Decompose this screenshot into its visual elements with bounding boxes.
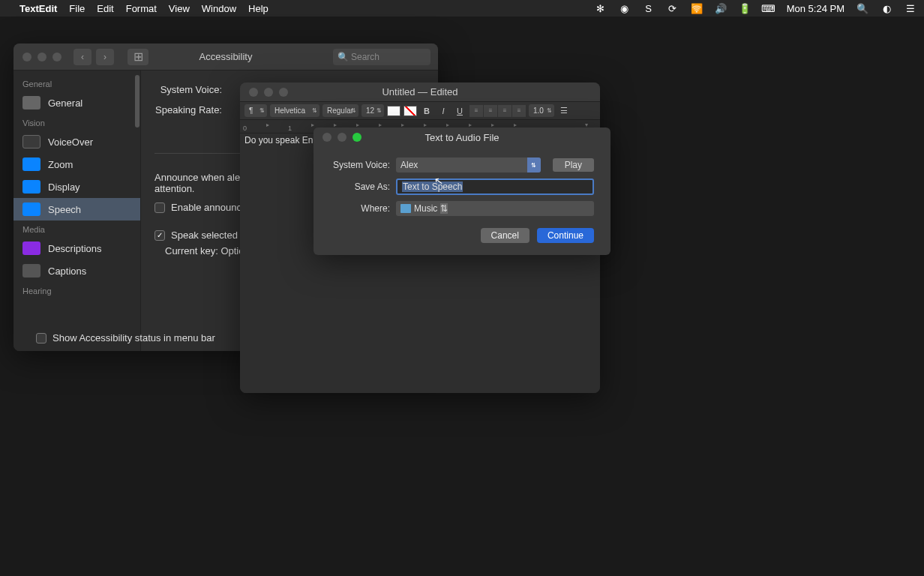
sidebar-section-hearing: Hearing [14, 282, 140, 298]
align-center-button[interactable]: ≡ [484, 105, 497, 117]
system-voice-dropdown[interactable]: Alex ⇅ [396, 158, 541, 172]
settings-icon[interactable]: ✻ [595, 2, 607, 14]
sidebar-label-captions: Captions [48, 266, 86, 277]
menu-format[interactable]: Format [126, 3, 157, 14]
search-input[interactable]: 🔍 Search [333, 49, 430, 65]
zoom-icon [22, 158, 40, 171]
zoom-button[interactable] [52, 52, 62, 62]
voice-value: Alex [400, 160, 418, 170]
te-minimize-button[interactable] [264, 88, 273, 97]
descriptions-icon [22, 242, 40, 255]
sidebar-section-general: General [14, 75, 140, 92]
display-icon [22, 180, 40, 194]
bluetooth-icon[interactable]: ⟳ [667, 2, 679, 14]
align-left-button[interactable]: ≡ [470, 105, 483, 117]
menu-bar: TextEdit File Edit Format View Window He… [0, 0, 924, 16]
sidebar-item-speech[interactable]: Speech [14, 198, 140, 220]
textedit-toolbar: ¶⇅ Helvetica⇅ Regular⇅ 12⇅ B I U ≡ ≡ ≡ ≡… [240, 102, 600, 120]
line-spacing-select[interactable]: 1.0⇅ [529, 104, 554, 117]
back-button[interactable]: ‹ [74, 49, 92, 65]
accessibility-titlebar: ‹ › ⊞ Accessibility 🔍 Search [14, 44, 438, 70]
speak-selected-checkbox[interactable] [154, 230, 165, 241]
battery-icon[interactable]: 🔋 [739, 2, 751, 14]
dlg-zoom-button[interactable] [352, 133, 362, 142]
input-icon[interactable]: ⌨ [763, 2, 775, 14]
underline-button[interactable]: U [453, 105, 466, 117]
align-justify-button[interactable]: ≡ [512, 105, 526, 117]
folder-icon [400, 204, 411, 213]
bg-color-swatch[interactable] [404, 106, 417, 116]
app-name[interactable]: TextEdit [20, 3, 57, 14]
continue-button[interactable]: Continue [537, 228, 594, 243]
text-to-audio-dialog: Text to Audio File System Voice: Alex ⇅ … [314, 128, 610, 255]
notifications-icon[interactable]: ☰ [904, 2, 916, 14]
font-family-select[interactable]: Helvetica⇅ [270, 104, 320, 117]
system-voice-label: System Voice: [154, 84, 222, 95]
save-as-value: Text to Speech [402, 182, 463, 192]
sidebar-item-display[interactable]: Display [14, 176, 140, 198]
voice-label: System Voice: [330, 160, 390, 170]
sidebar-label-general: General [48, 98, 82, 109]
sidebar-item-descriptions[interactable]: Descriptions [14, 237, 140, 260]
volume-icon[interactable]: 🔊 [715, 2, 727, 14]
align-group: ≡ ≡ ≡ ≡ [470, 105, 526, 117]
italic-button[interactable]: I [436, 105, 450, 117]
sidebar[interactable]: General General Vision VoiceOver Zoom Di… [14, 70, 141, 351]
dialog-titlebar: Text to Audio File [314, 128, 610, 147]
dlg-minimize-button[interactable] [338, 133, 346, 142]
minimize-button[interactable] [38, 52, 46, 62]
where-arrow-icon: ⇅ [440, 203, 448, 214]
sidebar-label-zoom: Zoom [48, 159, 73, 170]
where-label: Where: [330, 203, 390, 214]
general-icon [22, 96, 40, 110]
sidebar-label-voiceover: VoiceOver [48, 136, 93, 148]
sidebar-label-speech: Speech [48, 204, 81, 215]
menu-help[interactable]: Help [248, 3, 268, 14]
speech-icon [22, 202, 40, 216]
skype-icon[interactable]: S [643, 2, 655, 14]
siri-icon[interactable]: ◐ [880, 2, 892, 14]
sidebar-item-general[interactable]: General [14, 92, 140, 114]
list-button[interactable]: ☰ [557, 105, 571, 117]
wifi-icon[interactable]: 🛜 [691, 2, 703, 14]
te-close-button[interactable] [249, 88, 258, 97]
cancel-button[interactable]: Cancel [481, 228, 530, 243]
play-button[interactable]: Play [553, 158, 594, 172]
menu-edit[interactable]: Edit [97, 3, 113, 14]
dlg-close-button[interactable] [322, 133, 332, 142]
speaking-rate-label: Speaking Rate: [154, 104, 222, 116]
te-zoom-button[interactable] [279, 88, 288, 97]
captions-icon [22, 264, 40, 278]
text-color-swatch[interactable] [387, 106, 400, 116]
sidebar-scrollbar[interactable] [134, 70, 140, 351]
menu-file[interactable]: File [69, 3, 85, 14]
sidebar-section-vision: Vision [14, 114, 140, 130]
sidebar-item-voiceover[interactable]: VoiceOver [14, 130, 140, 153]
forward-button[interactable]: › [96, 49, 114, 65]
font-size-select[interactable]: 12⇅ [362, 104, 384, 117]
bold-button[interactable]: B [420, 105, 434, 117]
close-button[interactable] [22, 52, 32, 62]
font-style-select[interactable]: Regular⇅ [322, 104, 358, 117]
style-select[interactable]: ¶⇅ [244, 104, 267, 117]
align-right-button[interactable]: ≡ [498, 105, 512, 117]
where-dropdown[interactable]: Music ⇅ [396, 201, 594, 216]
save-as-input[interactable]: Text to Speech [396, 178, 594, 195]
sidebar-item-zoom[interactable]: Zoom [14, 153, 140, 176]
show-status-checkbox[interactable] [36, 333, 46, 344]
sidebar-section-media: Media [14, 220, 140, 237]
where-value: Music [414, 203, 437, 214]
save-as-label: Save As: [330, 182, 390, 192]
enable-announce-checkbox[interactable] [154, 202, 165, 213]
sidebar-item-captions[interactable]: Captions [14, 260, 140, 282]
clock[interactable]: Mon 5:24 PM [787, 3, 844, 14]
sidebar-label-display: Display [48, 182, 80, 193]
menu-window[interactable]: Window [202, 3, 236, 14]
show-status-label: Show Accessibility status in menu bar [52, 332, 215, 344]
grid-button[interactable]: ⊞ [128, 49, 148, 65]
record-icon[interactable]: ◉ [619, 2, 631, 14]
menu-view[interactable]: View [169, 3, 190, 14]
voiceover-icon [22, 135, 40, 148]
sidebar-label-descriptions: Descriptions [48, 243, 102, 254]
spotlight-icon[interactable]: 🔍 [856, 2, 868, 14]
